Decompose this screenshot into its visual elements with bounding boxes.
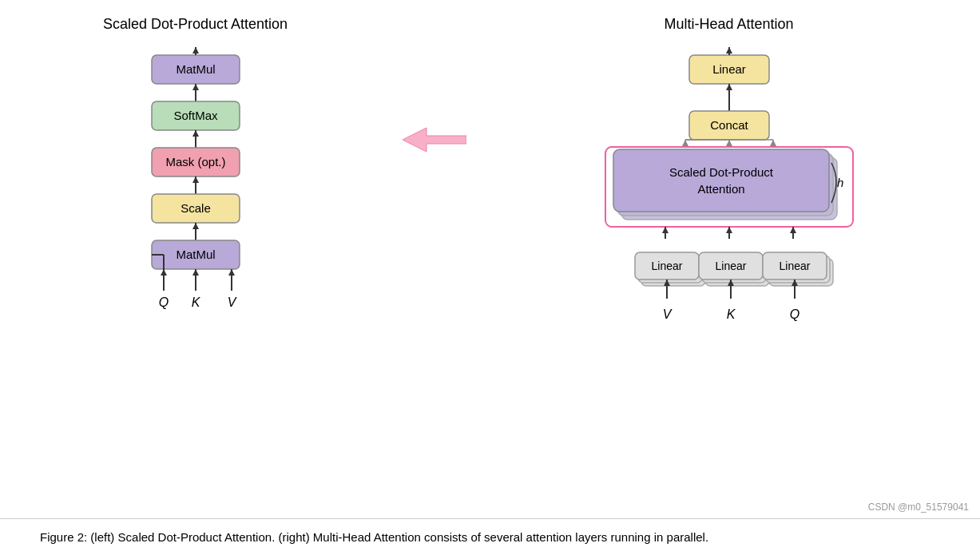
svg-text:h: h [837, 176, 843, 189]
svg-rect-54 [613, 149, 829, 212]
caption-text: Figure 2: (left) Scaled Dot-Product Atte… [40, 530, 708, 544]
svg-marker-30 [192, 47, 199, 54]
big-pink-arrow-container [395, 120, 474, 160]
svg-marker-46 [770, 140, 776, 146]
svg-marker-37 [726, 84, 732, 90]
svg-marker-59 [662, 227, 669, 233]
right-title: Multi-Head Attention [664, 16, 793, 33]
right-diagram-svg: Linear Concat [561, 47, 897, 391]
svg-marker-42 [682, 140, 688, 146]
main-container: Scaled Dot-Product Attention MatMul Soft… [0, 0, 980, 559]
svg-marker-44 [726, 140, 732, 146]
svg-text:K: K [191, 295, 200, 309]
left-diagram: Scaled Dot-Product Attention MatMul Soft… [68, 16, 323, 343]
svg-marker-11 [192, 176, 199, 183]
svg-marker-31 [403, 128, 466, 152]
svg-text:Linear: Linear [715, 260, 746, 272]
svg-text:MatMul: MatMul [176, 62, 215, 76]
svg-text:Linear: Linear [651, 260, 682, 272]
svg-text:Scaled Dot-Product: Scaled Dot-Product [669, 165, 773, 179]
svg-text:Attention: Attention [697, 182, 744, 196]
svg-text:Q: Q [789, 307, 799, 321]
svg-text:Q: Q [158, 295, 168, 309]
svg-text:SoftMax: SoftMax [173, 109, 218, 122]
svg-marker-35 [726, 47, 732, 54]
svg-text:V: V [227, 295, 236, 309]
svg-text:Linear: Linear [779, 260, 810, 272]
svg-text:MatMul: MatMul [176, 248, 215, 261]
svg-marker-21 [192, 269, 199, 276]
big-pink-arrow [403, 120, 466, 160]
svg-marker-63 [790, 227, 796, 233]
svg-marker-15 [192, 223, 199, 229]
svg-text:Concat: Concat [710, 118, 748, 132]
right-diagram: Multi-Head Attention Linear Concat [546, 16, 913, 391]
left-title: Scaled Dot-Product Attention [103, 16, 288, 33]
svg-marker-19 [161, 269, 167, 276]
watermark: CSDN @m0_51579041 [868, 502, 969, 513]
svg-marker-7 [192, 130, 199, 137]
svg-text:Scale: Scale [181, 201, 211, 215]
left-diagram-svg: MatMul SoftMax Mask (opt.) Scale [92, 47, 300, 343]
svg-marker-61 [726, 227, 732, 233]
svg-text:Mask (opt.): Mask (opt.) [165, 155, 225, 168]
svg-text:K: K [726, 307, 736, 321]
svg-text:V: V [662, 307, 672, 321]
figure-caption: Figure 2: (left) Scaled Dot-Product Atte… [0, 518, 980, 560]
svg-marker-23 [228, 269, 235, 276]
svg-marker-3 [192, 84, 199, 90]
svg-text:Linear: Linear [712, 62, 746, 76]
diagrams-row: Scaled Dot-Product Attention MatMul Soft… [0, 0, 980, 515]
